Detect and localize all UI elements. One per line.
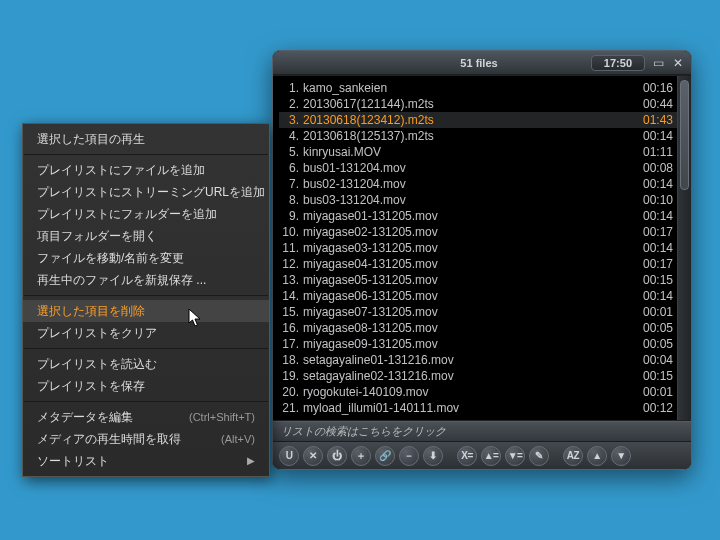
playlist-row[interactable]: 10.miyagase02-131205.mov00:17 (279, 224, 677, 240)
row-number: 13. (279, 272, 299, 288)
menu-item[interactable]: プレイリストを読込む (23, 353, 269, 375)
menu-separator (24, 154, 268, 155)
row-duration: 00:08 (633, 160, 673, 176)
row-duration: 00:14 (633, 208, 673, 224)
row-duration: 00:05 (633, 336, 673, 352)
row-number: 15. (279, 304, 299, 320)
menu-item[interactable]: プレイリストを保存 (23, 375, 269, 397)
playlist-row[interactable]: 8.bus03-131204.mov00:10 (279, 192, 677, 208)
playlist-row[interactable]: 15.miyagase07-131205.mov00:01 (279, 304, 677, 320)
playlist-row[interactable]: 11.miyagase03-131205.mov00:14 (279, 240, 677, 256)
menu-item[interactable]: プレイリストにファイルを追加 (23, 159, 269, 181)
menu-item-label: ソートリスト (37, 453, 237, 469)
up-button[interactable]: ▲ (587, 446, 607, 466)
link-button[interactable]: 🔗 (375, 446, 395, 466)
asc-up-button[interactable]: ▲= (481, 446, 501, 466)
xeq-button[interactable]: X= (457, 446, 477, 466)
row-number: 6. (279, 160, 299, 176)
menu-item[interactable]: プレイリストにフォルダーを追加 (23, 203, 269, 225)
down-button[interactable]: ⬇ (423, 446, 443, 466)
row-duration: 00:17 (633, 224, 673, 240)
menu-separator (24, 295, 268, 296)
playlist-row[interactable]: 17.miyagase09-131205.mov00:05 (279, 336, 677, 352)
menu-item-label: プレイリストを読込む (37, 356, 255, 372)
row-number: 16. (279, 320, 299, 336)
row-duration: 00:10 (633, 192, 673, 208)
menu-item[interactable]: 選択した項目の再生 (23, 128, 269, 150)
shuffle-button[interactable]: ✕ (303, 446, 323, 466)
menu-item-label: プレイリストにフォルダーを追加 (37, 206, 255, 222)
playlist-row[interactable]: 18.setagayaline01-131216.mov00:04 (279, 352, 677, 368)
row-number: 3. (279, 112, 299, 128)
row-duration: 00:17 (633, 256, 673, 272)
menu-item[interactable]: 選択した項目を削除 (23, 300, 269, 322)
menu-item-shortcut: (Ctrl+Shift+T) (189, 409, 255, 425)
row-duration: 00:15 (633, 368, 673, 384)
playlist-row[interactable]: 9.miyagase01-131205.mov00:14 (279, 208, 677, 224)
playlist-row[interactable]: 6.bus01-131204.mov00:08 (279, 160, 677, 176)
power-button[interactable]: ⏻ (327, 446, 347, 466)
row-filename: miyagase05-131205.mov (303, 272, 633, 288)
menu-item-label: メディアの再生時間を取得 (37, 431, 207, 447)
row-filename: bus02-131204.mov (303, 176, 633, 192)
playlist-row[interactable]: 19.setagayaline02-131216.mov00:15 (279, 368, 677, 384)
menu-item[interactable]: ソートリスト▶ (23, 450, 269, 472)
menu-item-label: プレイリストをクリア (37, 325, 255, 341)
menu-item[interactable]: プレイリストにストリーミングURLを追加 (23, 181, 269, 203)
plus-button[interactable]: ＋ (351, 446, 371, 466)
row-filename: miyagase06-131205.mov (303, 288, 633, 304)
scrollbar-thumb[interactable] (680, 80, 689, 190)
menu-item-label: プレイリストを保存 (37, 378, 255, 394)
row-duration: 00:14 (633, 128, 673, 144)
playlist-row[interactable]: 4.20130618(125137).m2ts00:14 (279, 128, 677, 144)
row-filename: ryogokutei-140109.mov (303, 384, 633, 400)
row-duration: 00:44 (633, 96, 673, 112)
az-button[interactable]: AZ (563, 446, 583, 466)
close-button[interactable]: ✕ (671, 56, 685, 70)
playlist-window: 51 files 17:50 ▭ ✕ 1.kamo_sankeien00:162… (272, 50, 692, 470)
playlist-row[interactable]: 16.miyagase08-131205.mov00:05 (279, 320, 677, 336)
playlist-row[interactable]: 13.miyagase05-131205.mov00:15 (279, 272, 677, 288)
menu-separator (24, 348, 268, 349)
playlist[interactable]: 1.kamo_sankeien00:162.20130617(121144).m… (273, 76, 677, 420)
playlist-row[interactable]: 21.myload_illumi01-140111.mov00:12 (279, 400, 677, 416)
row-filename: miyagase04-131205.mov (303, 256, 633, 272)
playlist-row[interactable]: 14.miyagase06-131205.mov00:14 (279, 288, 677, 304)
row-duration: 01:11 (633, 144, 673, 160)
playlist-row[interactable]: 5.kinryusai.MOV01:11 (279, 144, 677, 160)
search-input[interactable]: リストの検索はこちらをクリック (273, 421, 691, 441)
menu-item[interactable]: メディアの再生時間を取得(Alt+V) (23, 428, 269, 450)
dn-button[interactable]: ▼ (611, 446, 631, 466)
row-filename: miyagase02-131205.mov (303, 224, 633, 240)
row-number: 21. (279, 400, 299, 416)
row-duration: 00:05 (633, 320, 673, 336)
row-number: 1. (279, 80, 299, 96)
playlist-row[interactable]: 1.kamo_sankeien00:16 (279, 80, 677, 96)
magnet-button[interactable]: U (279, 446, 299, 466)
row-number: 17. (279, 336, 299, 352)
playlist-row[interactable]: 20.ryogokutei-140109.mov00:01 (279, 384, 677, 400)
edit-button[interactable]: ✎ (529, 446, 549, 466)
playlist-row[interactable]: 12.miyagase04-131205.mov00:17 (279, 256, 677, 272)
menu-item[interactable]: プレイリストをクリア (23, 322, 269, 344)
menu-item[interactable]: メタデータを編集(Ctrl+Shift+T) (23, 406, 269, 428)
playlist-row[interactable]: 7.bus02-131204.mov00:14 (279, 176, 677, 192)
playlist-row[interactable]: 3.20130618(123412).m2ts01:43 (279, 112, 677, 128)
row-filename: bus01-131204.mov (303, 160, 633, 176)
minimize-button[interactable]: ▭ (651, 56, 665, 70)
row-duration: 00:01 (633, 384, 673, 400)
menu-separator (24, 401, 268, 402)
menu-item[interactable]: 再生中のファイルを新規保存 ... (23, 269, 269, 291)
scrollbar[interactable] (677, 76, 691, 420)
row-filename: miyagase03-131205.mov (303, 240, 633, 256)
row-number: 9. (279, 208, 299, 224)
menu-item[interactable]: ファイルを移動/名前を変更 (23, 247, 269, 269)
row-number: 5. (279, 144, 299, 160)
desc-down-button[interactable]: ▼= (505, 446, 525, 466)
minus-button[interactable]: － (399, 446, 419, 466)
row-filename: setagayaline01-131216.mov (303, 352, 633, 368)
search-placeholder: リストの検索はこちらをクリック (281, 424, 446, 439)
playlist-row[interactable]: 2.20130617(121144).m2ts00:44 (279, 96, 677, 112)
menu-item[interactable]: 項目フォルダーを開く (23, 225, 269, 247)
row-number: 18. (279, 352, 299, 368)
